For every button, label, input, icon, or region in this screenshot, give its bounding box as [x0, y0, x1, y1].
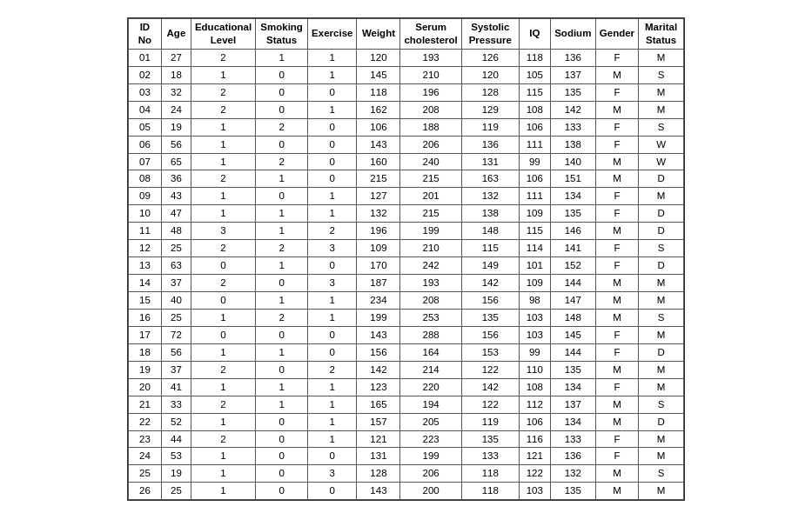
- table-row: 1625121199253135103148MS: [128, 309, 683, 326]
- table-cell: 1: [191, 378, 255, 396]
- table-cell: 1: [191, 136, 255, 153]
- table-cell: 144: [550, 275, 595, 292]
- table-cell: 133: [550, 118, 595, 136]
- table-cell: F: [595, 83, 638, 101]
- table-cell: 99: [519, 343, 550, 361]
- table-cell: S: [639, 66, 684, 83]
- table-cell: 1: [308, 413, 357, 430]
- table-cell: 1: [308, 292, 357, 310]
- table-cell: 0: [256, 361, 308, 378]
- table-cell: 105: [519, 66, 550, 83]
- table-cell: 115: [519, 223, 550, 240]
- table-row: 2625100143200118103135MM: [128, 483, 683, 500]
- table-cell: 1: [191, 413, 255, 430]
- table-cell: 109: [519, 205, 550, 223]
- column-header-0: IDNo: [128, 19, 161, 50]
- table-cell: 1: [191, 66, 255, 83]
- table-cell: 109: [519, 275, 550, 292]
- table-cell: M: [639, 361, 684, 378]
- table-cell: D: [639, 257, 684, 275]
- table-cell: M: [639, 101, 684, 118]
- table-cell: 118: [461, 483, 519, 500]
- table-cell: 32: [161, 83, 191, 101]
- table-cell: F: [595, 378, 638, 396]
- table-cell: 141: [550, 240, 595, 257]
- table-cell: 0: [256, 275, 308, 292]
- table-cell: 0: [308, 83, 357, 101]
- table-cell: 33: [161, 396, 191, 413]
- table-cell: 143: [357, 326, 400, 343]
- table-row: 0943101127201132111134FM: [128, 188, 683, 205]
- table-cell: 1: [308, 309, 357, 326]
- table-row: 1437203187193142109144MM: [128, 275, 683, 292]
- table-cell: 36: [161, 170, 191, 188]
- table-cell: 02: [128, 66, 161, 83]
- table-cell: 164: [400, 343, 461, 361]
- table-cell: 193: [400, 49, 461, 66]
- table-cell: 103: [519, 483, 550, 500]
- table-cell: 63: [161, 257, 191, 275]
- table-cell: 156: [461, 326, 519, 343]
- table-cell: 200: [400, 483, 461, 500]
- table-row: 1225223109210115114141FS: [128, 240, 683, 257]
- table-row: 2252101157205119106134MD: [128, 413, 683, 430]
- table-cell: 0: [308, 343, 357, 361]
- table-cell: 1: [308, 430, 357, 448]
- table-row: 0127211120193126118136FM: [128, 49, 683, 66]
- table-cell: 47: [161, 205, 191, 223]
- table-cell: 40: [161, 292, 191, 310]
- table-cell: 103: [519, 309, 550, 326]
- table-cell: 133: [461, 448, 519, 465]
- table-cell: 18: [161, 66, 191, 83]
- table-cell: 138: [461, 205, 519, 223]
- table-cell: 2: [256, 153, 308, 170]
- table-cell: 2: [191, 361, 255, 378]
- column-header-10: Gender: [595, 19, 638, 50]
- table-cell: 140: [550, 153, 595, 170]
- table-cell: M: [639, 49, 684, 66]
- table-cell: 106: [519, 118, 550, 136]
- table-cell: 2: [256, 118, 308, 136]
- table-cell: 0: [308, 257, 357, 275]
- table-cell: 37: [161, 275, 191, 292]
- table-cell: 145: [357, 66, 400, 83]
- table-cell: 56: [161, 136, 191, 153]
- table-cell: 135: [550, 83, 595, 101]
- table-row: 2519103128206118122132MS: [128, 465, 683, 483]
- table-cell: 112: [519, 396, 550, 413]
- table-cell: 26: [128, 483, 161, 500]
- table-cell: 1: [191, 448, 255, 465]
- table-cell: 146: [550, 223, 595, 240]
- table-cell: 121: [519, 448, 550, 465]
- table-cell: 156: [461, 292, 519, 310]
- table-row: 0519120106188119106133FS: [128, 118, 683, 136]
- table-cell: 44: [161, 430, 191, 448]
- table-cell: 215: [400, 170, 461, 188]
- table-cell: 196: [357, 223, 400, 240]
- table-cell: S: [639, 465, 684, 483]
- table-cell: 05: [128, 118, 161, 136]
- table-row: 1148312196199148115146MD: [128, 223, 683, 240]
- table-cell: W: [639, 153, 684, 170]
- table-row: 0218101145210120105137MS: [128, 66, 683, 83]
- table-cell: 25: [128, 465, 161, 483]
- table-cell: M: [639, 448, 684, 465]
- table-cell: 132: [357, 205, 400, 223]
- table-cell: 65: [161, 153, 191, 170]
- table-cell: 2: [191, 101, 255, 118]
- table-cell: 129: [461, 101, 519, 118]
- table-cell: F: [595, 448, 638, 465]
- table-cell: M: [595, 275, 638, 292]
- data-table: IDNoAgeEducationalLevelSmokingStatusExer…: [127, 17, 685, 501]
- table-cell: M: [595, 465, 638, 483]
- table-cell: 0: [191, 292, 255, 310]
- table-cell: 134: [550, 413, 595, 430]
- table-cell: M: [595, 153, 638, 170]
- table-row: 185611015616415399144FD: [128, 343, 683, 361]
- table-cell: 142: [461, 275, 519, 292]
- table-cell: 199: [400, 223, 461, 240]
- table-cell: 12: [128, 240, 161, 257]
- table-cell: 03: [128, 83, 161, 101]
- table-cell: 37: [161, 361, 191, 378]
- table-cell: 108: [519, 101, 550, 118]
